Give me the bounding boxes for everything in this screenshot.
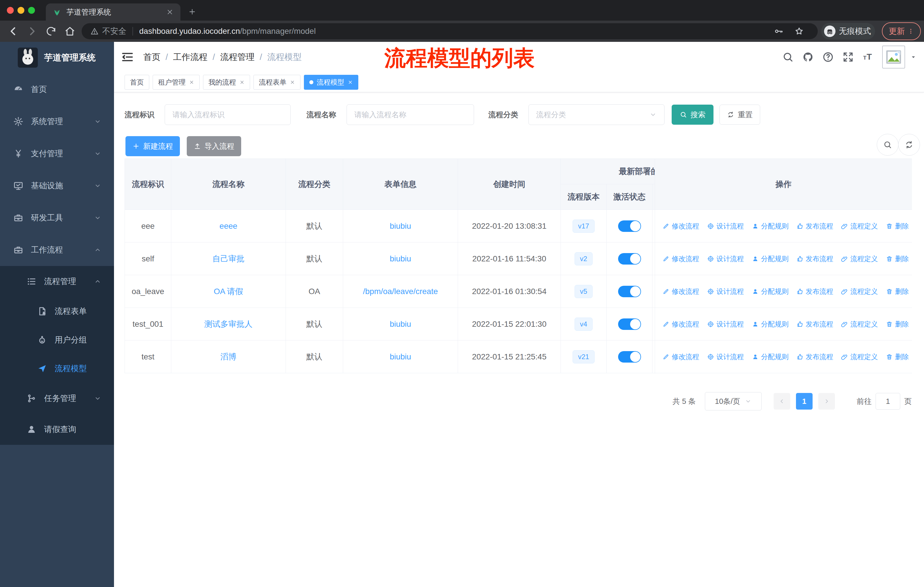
next-page-button[interactable] [818, 393, 835, 410]
action-publish-thumb-link[interactable]: 发布流程 [797, 352, 833, 361]
sidebar-item-4[interactable]: 研发工具 [0, 202, 114, 234]
action-pencil-link[interactable]: 修改流程 [663, 352, 699, 361]
model-name-link[interactable]: 测试多审批人 [205, 319, 252, 330]
form-link[interactable]: biubiu [390, 222, 411, 231]
sidebar-item-6[interactable]: 流程管理 [0, 266, 114, 297]
version-badge[interactable]: v2 [574, 252, 592, 265]
form-link[interactable]: biubiu [390, 319, 411, 329]
model-name-link[interactable]: 自己审批 [213, 253, 244, 264]
action-paperclip-link[interactable]: 流程定义 [841, 254, 878, 263]
action-trash-link[interactable]: 删除 [886, 319, 909, 329]
filter-category-select[interactable]: 流程分类 [528, 104, 665, 125]
prev-page-button[interactable] [774, 393, 790, 410]
import-model-button[interactable]: 导入流程 [187, 136, 241, 156]
sidebar-item-3[interactable]: 基础设施 [0, 170, 114, 202]
tag-4[interactable]: 流程模型 [304, 75, 358, 90]
action-trash-link[interactable]: 删除 [886, 222, 909, 231]
refresh-table-button[interactable] [898, 134, 920, 155]
form-link[interactable]: /bpm/oa/leave/create [363, 287, 438, 296]
version-badge[interactable]: v4 [574, 317, 592, 331]
sidebar-item-5[interactable]: 工作流程 [0, 234, 114, 266]
github-icon[interactable] [802, 51, 814, 63]
browser-update-button[interactable]: 更新 [882, 22, 921, 40]
action-design-gear-link[interactable]: 设计流程 [707, 287, 744, 296]
active-toggle[interactable] [618, 220, 641, 232]
form-link[interactable]: biubiu [390, 352, 411, 361]
tag-3[interactable]: 流程表单 [254, 75, 300, 90]
action-assign-user-link[interactable]: 分配规则 [752, 319, 789, 329]
action-trash-link[interactable]: 删除 [886, 287, 909, 296]
home-icon[interactable] [64, 25, 76, 37]
reload-icon[interactable] [45, 25, 57, 37]
app-logo-row[interactable]: 芋道管理系统 [0, 42, 114, 73]
model-name-link[interactable]: eeee [219, 222, 237, 231]
window-minimize-button[interactable] [18, 7, 24, 14]
search-button[interactable]: 搜索 [672, 105, 713, 125]
toggle-search-button[interactable] [877, 134, 899, 155]
close-icon[interactable] [239, 80, 244, 85]
breadcrumb-item-0[interactable]: 首页 [143, 51, 160, 63]
address-bar[interactable]: 不安全 dashboard.yudao.iocoder.cn /bpm/mana… [82, 23, 818, 39]
tab-close-icon[interactable] [166, 8, 173, 16]
create-model-button[interactable]: 新建流程 [125, 136, 180, 156]
action-pencil-link[interactable]: 修改流程 [663, 287, 699, 296]
action-trash-link[interactable]: 删除 [886, 352, 909, 361]
browser-tab[interactable]: 芋道管理系统 [46, 3, 180, 21]
form-link[interactable]: biubiu [390, 254, 411, 263]
forward-icon[interactable] [26, 25, 38, 37]
action-design-gear-link[interactable]: 设计流程 [707, 352, 744, 361]
action-publish-thumb-link[interactable]: 发布流程 [797, 222, 833, 231]
active-toggle[interactable] [618, 318, 641, 330]
bookmark-star-icon[interactable] [794, 26, 804, 36]
version-badge[interactable]: v21 [573, 350, 595, 364]
password-key-icon[interactable] [774, 26, 784, 36]
avatar[interactable] [882, 46, 905, 68]
model-name-link[interactable]: OA 请假 [214, 286, 243, 297]
action-paperclip-link[interactable]: 流程定义 [841, 287, 878, 296]
reset-button[interactable]: 重置 [719, 105, 760, 125]
tag-2[interactable]: 我的流程 [203, 75, 250, 90]
close-icon[interactable] [348, 80, 353, 85]
sidebar-item-7[interactable]: 流程表单 [0, 297, 114, 326]
action-assign-user-link[interactable]: 分配规则 [752, 352, 789, 361]
breadcrumb-item-1[interactable]: 工作流程 [173, 51, 207, 63]
action-paperclip-link[interactable]: 流程定义 [841, 319, 878, 329]
browser-menu-icon[interactable] [908, 28, 914, 35]
action-design-gear-link[interactable]: 设计流程 [707, 254, 744, 263]
sidebar-item-11[interactable]: 请假查询 [0, 414, 114, 445]
close-icon[interactable] [290, 80, 295, 85]
sidebar-item-10[interactable]: 任务管理 [0, 383, 114, 414]
action-assign-user-link[interactable]: 分配规则 [752, 222, 789, 231]
search-icon[interactable] [782, 51, 794, 63]
tag-0[interactable]: 首页 [125, 75, 149, 90]
action-pencil-link[interactable]: 修改流程 [663, 319, 699, 329]
avatar-caret-icon[interactable] [910, 53, 917, 61]
fullscreen-icon[interactable] [842, 51, 854, 63]
font-size-icon[interactable]: TT [862, 51, 874, 63]
sidebar-item-9[interactable]: 流程模型 [0, 354, 114, 383]
action-publish-thumb-link[interactable]: 发布流程 [797, 287, 833, 296]
model-name-link[interactable]: 滔博 [221, 351, 237, 362]
active-toggle[interactable] [618, 286, 641, 297]
version-badge[interactable]: v17 [573, 220, 595, 233]
sidebar-item-1[interactable]: 系统管理 [0, 106, 114, 137]
action-assign-user-link[interactable]: 分配规则 [752, 287, 789, 296]
close-icon[interactable] [189, 80, 194, 85]
action-pencil-link[interactable]: 修改流程 [663, 254, 699, 263]
breadcrumb-item-2[interactable]: 流程管理 [220, 51, 255, 63]
sidebar-fold-icon[interactable] [120, 50, 135, 64]
help-icon[interactable] [822, 51, 834, 63]
window-close-button[interactable] [7, 7, 14, 14]
sidebar-item-8[interactable]: 用户分组 [0, 326, 114, 354]
action-assign-user-link[interactable]: 分配规则 [752, 254, 789, 263]
action-paperclip-link[interactable]: 流程定义 [841, 222, 878, 231]
action-publish-thumb-link[interactable]: 发布流程 [797, 319, 833, 329]
filter-name-input[interactable] [346, 104, 474, 125]
new-tab-button[interactable] [186, 5, 199, 18]
action-design-gear-link[interactable]: 设计流程 [707, 222, 744, 231]
sidebar-item-2[interactable]: 支付管理 [0, 137, 114, 170]
action-design-gear-link[interactable]: 设计流程 [707, 319, 744, 329]
action-publish-thumb-link[interactable]: 发布流程 [797, 254, 833, 263]
current-page-button[interactable]: 1 [796, 393, 813, 410]
action-trash-link[interactable]: 删除 [886, 254, 909, 263]
